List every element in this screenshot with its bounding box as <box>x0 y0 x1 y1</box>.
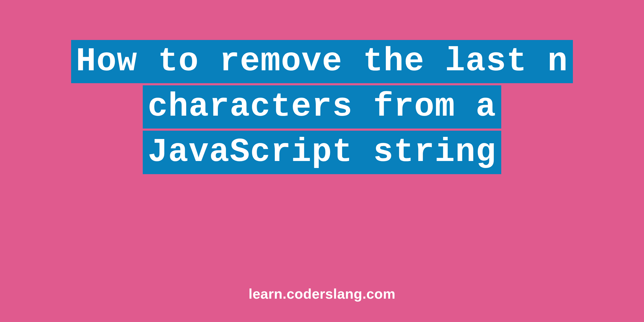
footer-url: learn.coderslang.com <box>248 286 396 302</box>
title-line-1: How to remove the last n <box>71 40 573 83</box>
page-title: How to remove the last n characters from… <box>71 39 573 175</box>
title-line-3: JavaScript string <box>143 131 501 174</box>
title-line-2: characters from a <box>143 85 501 129</box>
